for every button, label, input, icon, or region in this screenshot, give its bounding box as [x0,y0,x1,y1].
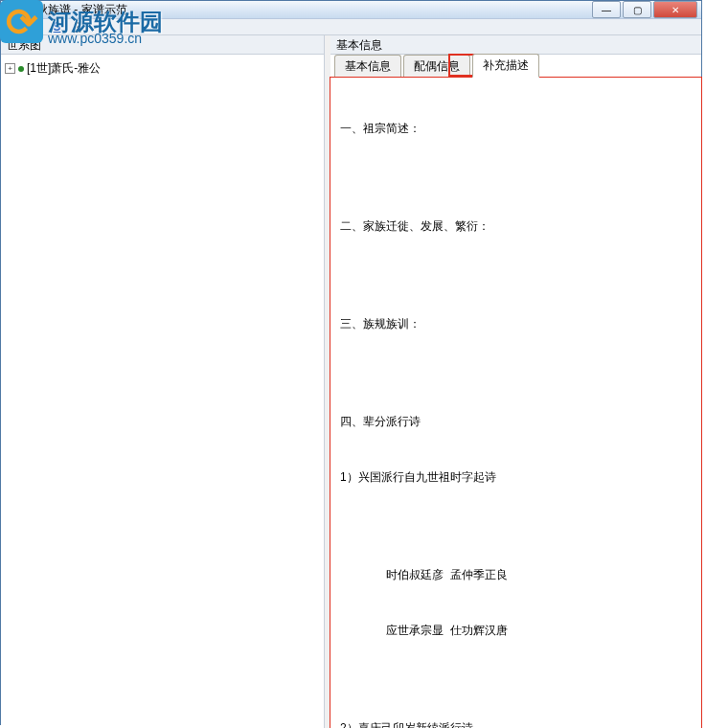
right-panel: 基本信息 基本信息 配偶信息 补充描述 一、祖宗简述： 二、家族迁徙、发展、繁衍… [330,35,701,728]
tab-bar: 基本信息 配偶信息 补充描述 [330,55,701,78]
section-4: 四、辈分派行诗 [340,413,692,430]
right-panel-header: 基本信息 [330,35,701,55]
item1-line1: 时伯叔廷彦 孟仲季正良 [340,566,692,583]
tab-spouse-info[interactable]: 配偶信息 [403,55,470,78]
tree-expand-icon[interactable]: + [5,63,15,74]
tree-node-icon [18,66,24,72]
item1-line2: 应世承宗显 仕功辉汉唐 [340,622,692,639]
section-2: 二、家族迁徙、发展、繁衍： [340,217,692,235]
tree-root-item[interactable]: + [1世]萧氏-雅公 [5,58,320,79]
titlebar[interactable]: 千秋族谱 - 家谱示范 — ▢ ✕ [1,1,701,19]
tree-root-label: [1世]萧氏-雅公 [27,60,101,77]
app-icon [5,2,20,17]
tree-view[interactable]: + [1世]萧氏-雅公 [1,55,324,728]
body-area: 世系图 + [1世]萧氏-雅公 基本信息 基本信息 配偶信息 补充描述 [1,35,701,728]
toolbar-c[interactable]: C [7,19,21,34]
close-button[interactable]: ✕ [653,1,697,18]
main-window: 千秋族谱 - 家谱示范 — ▢ ✕ C D S ? 世系图 + [1世]萧氏-雅… [0,0,702,725]
left-panel-header: 世系图 [1,35,324,55]
window-title: 千秋族谱 - 家谱示范 [25,2,592,18]
section-3: 三、族规族训： [340,315,692,332]
maximize-button[interactable]: ▢ [623,1,651,18]
section-1: 一、祖宗简述： [340,120,692,137]
item2-header: 2）嘉庆己卯岁新续派行诗 [340,719,692,728]
upper-text-pane[interactable]: 一、祖宗简述： 二、家族迁徙、发展、繁衍： 三、族规族训： 四、辈分派行诗 1）… [330,78,701,728]
window-controls: — ▢ ✕ [592,1,697,18]
tab-supplement[interactable]: 补充描述 [472,54,539,78]
tab-basic-info[interactable]: 基本信息 [334,55,401,78]
toolbar-d[interactable]: D [29,19,43,34]
content-area: 一、祖宗简述： 二、家族迁徙、发展、繁衍： 三、族规族训： 四、辈分派行诗 1）… [330,78,701,728]
left-panel: 世系图 + [1世]萧氏-雅公 [1,35,325,728]
toolbar-s[interactable]: S [50,19,63,34]
toolbar-help[interactable]: ? [71,19,83,34]
toolbar: C D S ? [1,19,701,35]
minimize-button[interactable]: — [592,1,621,18]
item1-header: 1）兴国派行自九世祖时字起诗 [340,468,692,486]
